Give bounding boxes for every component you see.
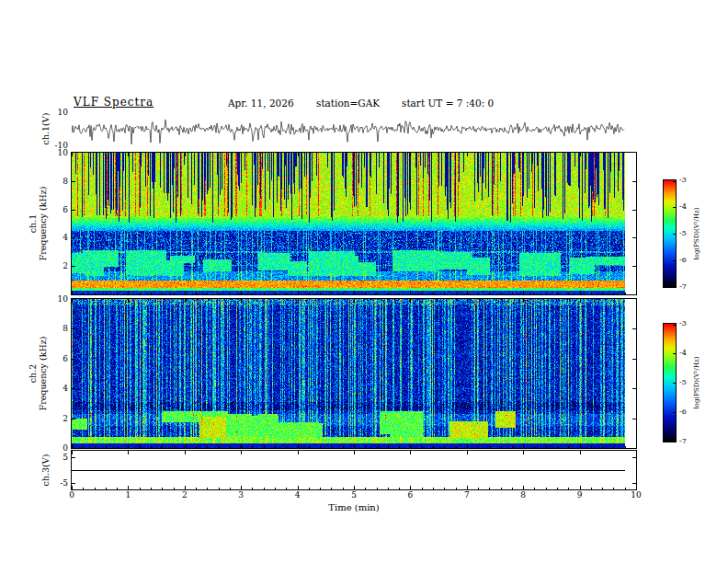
colorbar1-tick-label: -6 [679,257,687,264]
colorbar-1-label: log(PSD)(V²/Hz) [693,208,700,260]
plot-station: station=GAK [316,98,380,109]
x-tick-label: 9 [577,491,583,500]
vlf-spectra-figure: VLF Spectra Apr. 11, 2026 station=GAK st… [0,0,728,563]
ch3-voltage-tick-label: 5 [63,454,68,462]
ch1-frequency-tick-label: 10 [58,149,68,157]
x-tick-label: 8 [520,491,526,500]
ch2-frequency-tick-label: 0 [63,444,68,453]
colorbar1-tick-label: -7 [679,283,687,291]
ch3-voltage-tick-label: -5 [60,479,68,488]
ch1-waveform-canvas [72,112,636,145]
ch2-spectrogram-canvas [72,299,636,448]
ch1-frequency-tick-label: 8 [63,177,68,185]
colorbar1-tick-label: -5 [679,230,687,237]
colorbar2-tick-label: -4 [679,350,687,357]
ch1-voltage-axis-label: ch.1(V) [41,113,51,145]
ch1-frequency-tick-label: 6 [63,205,68,213]
ch3-canvas [72,451,636,489]
ch1-voltage-tick-label: 10 [58,109,68,117]
colorbar2-tick-label: -6 [679,408,687,416]
colorbar-2 [663,323,677,442]
ch2-frequency-tick-label: 4 [63,385,68,393]
colorbar1-tick-label: -4 [679,203,687,211]
ch2-frequency-axis-label: ch.2 Frequency (kHz) [28,337,49,411]
plot-title: VLF Spectra [74,96,154,109]
ch2-frequency-tick-label: 10 [58,295,68,304]
ch2-frequency-tick-label: 6 [63,354,68,362]
colorbar1-tick-label: -3 [679,177,687,184]
x-tick-label: 10 [631,491,641,500]
x-tick-label: 1 [126,491,131,500]
ch3-panel [71,450,637,490]
ch1-frequency-tick-label: 4 [63,234,68,242]
ch2-frequency-tick-label: 8 [63,325,68,333]
x-tick-label: 3 [238,491,244,500]
colorbar2-tick-label: -3 [679,320,687,327]
x-tick-label: 6 [408,491,414,500]
ch2-axis-label-line2: Frequency (kHz) [39,337,49,411]
ch3-voltage-axis-label: ch.3(V) [41,454,51,487]
x-tick-label: 2 [182,491,188,500]
x-tick-label: 0 [69,491,74,500]
x-tick-label: 4 [295,491,301,500]
colorbar-2-canvas [664,324,676,442]
ch1-frequency-axis-label: ch.1 Frequency (kHz) [28,187,49,261]
ch1-spectrogram-panel [71,152,637,295]
ch1-frequency-tick-label: 2 [63,262,68,270]
plot-date: Apr. 11, 2026 [228,98,294,109]
plot-start-ut: start UT = 7 :40: 0 [402,98,494,109]
colorbar-2-label: log(PSD)(V²/Hz) [693,357,700,409]
colorbar2-tick-label: -5 [679,379,687,386]
x-tick-label: 7 [464,491,470,500]
ch1-spectrogram-canvas [72,153,636,294]
x-tick-label: 5 [351,491,357,500]
colorbar2-tick-label: -7 [679,438,687,445]
ch2-spectrogram-panel [71,298,637,449]
x-axis-label: Time (min) [328,503,379,512]
ch2-frequency-tick-label: 2 [63,414,68,422]
ch1-axis-label-line2: Frequency (kHz) [39,187,49,261]
colorbar-1 [663,179,677,288]
colorbar-1-canvas [664,180,676,287]
